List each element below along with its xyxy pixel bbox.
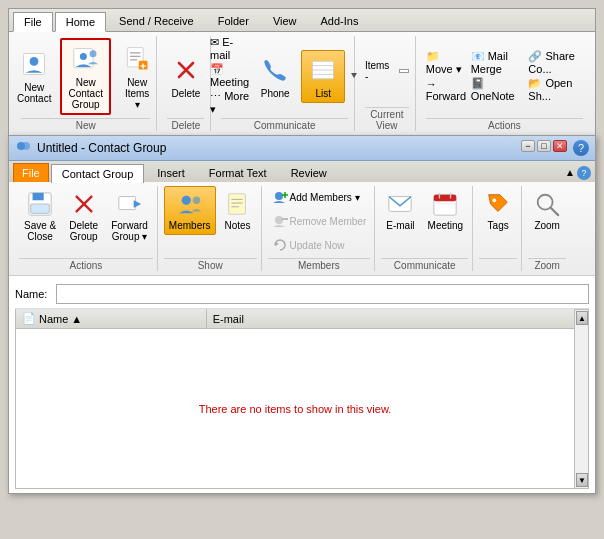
- tags-icon: [484, 190, 512, 218]
- minimize-button[interactable]: −: [521, 140, 535, 152]
- inner-zoom-btns: Zoom: [528, 186, 566, 256]
- inner-meeting-button[interactable]: Meeting: [423, 186, 469, 235]
- inner-group-zoom-label: Zoom: [528, 258, 566, 271]
- members-label: Members: [169, 220, 211, 231]
- zoom-label: Zoom: [534, 220, 560, 231]
- inner-tab-file[interactable]: File: [13, 163, 49, 182]
- table-header-name[interactable]: 📄 Name ▲: [16, 309, 207, 328]
- forward-group-button[interactable]: ForwardGroup ▾: [106, 186, 153, 246]
- outer-tab-send-receive[interactable]: Send / Receive: [108, 11, 205, 31]
- svg-marker-18: [351, 73, 357, 78]
- svg-marker-27: [133, 200, 140, 207]
- table-body: There are no items to show in this view.: [15, 329, 575, 489]
- close-button[interactable]: ✕: [553, 140, 567, 152]
- inner-collapse-button[interactable]: ▲: [565, 167, 575, 178]
- remove-member-icon: [272, 213, 288, 229]
- outer-background: File Home Send / Receive Folder View Add…: [0, 0, 604, 539]
- titlebar-controls: − □ ✕ ?: [521, 140, 589, 156]
- inner-tab-insert[interactable]: Insert: [146, 163, 196, 182]
- inner-members-btns: Add Members ▾ Remove Member: [268, 186, 371, 256]
- notes-icon: [224, 190, 252, 218]
- email-small-button[interactable]: ✉ E-mail: [210, 36, 249, 61]
- tags-button[interactable]: Tags: [479, 186, 517, 235]
- inner-ribbon-content: Save &Close DeleteGroup: [9, 182, 595, 275]
- update-now-button[interactable]: Update Now: [268, 234, 349, 256]
- onenote-button[interactable]: 📓 OneNote: [471, 77, 525, 102]
- onenote-label: OneNote: [471, 90, 515, 102]
- items-indicator: Items -: [365, 60, 409, 82]
- table-header: 📄 Name ▲ E-mail: [15, 309, 575, 329]
- new-items-button[interactable]: NewItems ▾: [115, 39, 159, 114]
- delete-button[interactable]: Delete: [164, 50, 208, 103]
- help-button[interactable]: ?: [573, 140, 589, 156]
- table-header-email[interactable]: E-mail: [207, 309, 574, 328]
- communicate-dropdown-icon: [349, 61, 359, 91]
- scroll-track: [575, 326, 588, 472]
- members-button[interactable]: Members: [164, 186, 216, 235]
- svg-point-1: [30, 57, 39, 66]
- delete-group-button[interactable]: DeleteGroup: [64, 186, 103, 246]
- move-icon: 📁: [426, 50, 440, 62]
- items-count-badge: [399, 69, 409, 73]
- share-co-button[interactable]: 🔗 Share Co...: [528, 50, 583, 75]
- outer-tab-view[interactable]: View: [262, 11, 308, 31]
- outer-communicate-buttons: ✉ E-mail 📅 Meeting ⋯ More ▾: [210, 36, 359, 116]
- inner-tab-format-text[interactable]: Format Text: [198, 163, 278, 182]
- add-members-label: Add Members ▾: [290, 192, 360, 203]
- name-input[interactable]: [56, 284, 589, 304]
- add-members-button[interactable]: Add Members ▾: [268, 186, 364, 208]
- phone-button[interactable]: Phone: [253, 50, 297, 103]
- inner-group-show-label: Show: [164, 258, 257, 271]
- mail-merge-button[interactable]: 📧 Mail Merge: [471, 50, 525, 75]
- outer-tab-file[interactable]: File: [13, 12, 53, 32]
- forward-button[interactable]: → Forward: [426, 78, 467, 102]
- svg-point-3: [80, 52, 87, 59]
- delete-group-label: DeleteGroup: [69, 220, 98, 242]
- more-button[interactable]: ⋯ More ▾: [210, 90, 249, 116]
- inner-group-tags: Tags: [475, 186, 522, 271]
- delete-icon: [170, 54, 202, 86]
- inner-group-actions: Save &Close DeleteGroup: [15, 186, 158, 271]
- zoom-button[interactable]: Zoom: [528, 186, 566, 235]
- svg-marker-39: [275, 242, 279, 246]
- new-contact-group-button[interactable]: New ContactGroup: [60, 38, 111, 115]
- inner-meeting-label: Meeting: [428, 220, 464, 231]
- outer-view-buttons: Items -: [365, 36, 409, 105]
- list-icon: [307, 54, 339, 86]
- delete-label: Delete: [171, 88, 200, 99]
- meeting-small-button[interactable]: 📅 Meeting: [210, 63, 249, 88]
- inner-title: Untitled - Contact Group: [37, 141, 166, 155]
- vertical-scrollbar[interactable]: ▲ ▼: [575, 309, 589, 489]
- empty-message: There are no items to show in this view.: [199, 403, 392, 415]
- forward-group-label: ForwardGroup ▾: [111, 220, 148, 242]
- add-members-icon: [272, 189, 288, 205]
- maximize-button[interactable]: □: [537, 140, 551, 152]
- inner-email-button[interactable]: E-mail: [381, 186, 419, 235]
- new-contact-button[interactable]: NewContact: [12, 44, 56, 108]
- new-contact-icon: [18, 48, 50, 80]
- members-icon: [176, 190, 204, 218]
- inner-help-button[interactable]: ?: [577, 166, 591, 180]
- outer-tab-folder[interactable]: Folder: [207, 11, 260, 31]
- inner-group-tags-label: [479, 258, 517, 271]
- outer-group-new: NewContact New ContactGro: [15, 36, 157, 131]
- list-button[interactable]: List: [301, 50, 345, 103]
- svg-point-34: [275, 192, 283, 200]
- inner-tab-review[interactable]: Review: [280, 163, 338, 182]
- scroll-down-button[interactable]: ▼: [576, 473, 588, 487]
- new-items-icon: [121, 43, 153, 75]
- inner-email-icon: [386, 190, 414, 218]
- open-sh-button[interactable]: 📂 Open Sh...: [528, 77, 583, 102]
- outer-tab-add-ins[interactable]: Add-Ins: [310, 11, 370, 31]
- remove-member-button[interactable]: Remove Member: [268, 210, 371, 232]
- inner-group-members: Add Members ▾ Remove Member: [264, 186, 376, 271]
- svg-line-48: [551, 208, 558, 215]
- inner-tab-contact-group[interactable]: Contact Group: [51, 164, 145, 183]
- scroll-up-button[interactable]: ▲: [576, 311, 588, 325]
- content-area: Name: 📄 Name ▲ E-mail: [9, 276, 595, 493]
- email-small-icon: ✉: [210, 36, 219, 48]
- notes-button[interactable]: Notes: [219, 186, 257, 235]
- move-button[interactable]: 📁 Move ▾: [426, 50, 467, 76]
- outer-tab-home[interactable]: Home: [55, 12, 106, 32]
- save-close-button[interactable]: Save &Close: [19, 186, 61, 246]
